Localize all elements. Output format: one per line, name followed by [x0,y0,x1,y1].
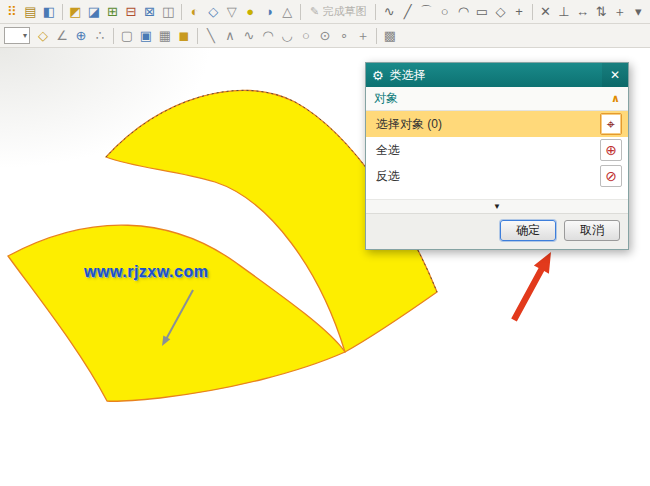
toolbar-separator [113,28,114,44]
circle-tool-icon[interactable]: ○ [297,26,315,46]
sphere-icon[interactable]: ● [242,2,260,22]
grid-icon[interactable]: ▩ [381,26,399,46]
edge-blend-icon[interactable]: ◐ [186,2,204,22]
auto-dimension-icon[interactable]: ⇅ [592,2,610,22]
block-icon[interactable]: ◧ [40,2,58,22]
shaded-view-icon[interactable]: ◼ [175,26,193,46]
annotation-arrow [511,252,551,322]
selection-scope-dropdown[interactable]: ▾ [4,27,30,44]
chevron-up-icon[interactable]: ∧ [611,92,620,105]
toolbar-separator [532,4,533,20]
conic-icon[interactable]: ◡ [278,26,296,46]
toolbar-separator [62,4,63,20]
shell-icon[interactable]: ◫ [159,2,177,22]
app-window: ⠿▤◧◩◪⊞⊟⊠◫◐◇▽●◑△✎ 完成草图∿╱⌒○◠▭◇+✕⊥↔⇅＋▾ ▾◇∠⊕… [0,0,650,486]
polyline-icon[interactable]: ∧ [221,26,239,46]
select-box-icon[interactable]: ▢ [118,26,136,46]
close-icon[interactable]: ✕ [602,63,628,87]
rectangle-icon[interactable]: ▭ [473,2,491,22]
toolbar-separator [181,4,182,20]
circle-center-icon[interactable]: ⊙ [316,26,334,46]
draft-icon[interactable]: ▽ [223,2,241,22]
circle-icon[interactable]: ○ [436,2,454,22]
finish-sketch-label: ✎ 完成草图 [305,4,371,19]
arc-tool-icon[interactable]: ◠ [259,26,277,46]
studio-spline-icon[interactable]: ∿ [380,2,398,22]
datum-csys-icon[interactable]: ⊕ [72,26,90,46]
invert-selection-icon-button[interactable]: ⊘ [600,165,622,187]
collapse-toggle[interactable]: ▼ [366,199,628,213]
line-tool-icon[interactable]: ╲ [202,26,220,46]
ellipse-icon[interactable]: ∘ [335,26,353,46]
toolbar-separator [376,28,377,44]
point-tool-icon[interactable]: ＋ [354,26,372,46]
class-selection-dialog: ⚙ 类选择 ✕ 对象 ∧ 选择对象 (0)⌖全选⊕反选⊘ ▼ 确定 取消 [365,62,629,250]
extrude-icon[interactable]: ◩ [67,2,85,22]
arc-icon[interactable]: ⌒ [417,2,435,22]
cylinder-icon[interactable]: ◑ [260,2,278,22]
cancel-button[interactable]: 取消 [564,220,620,241]
select-object-label: 选择对象 (0) [376,116,600,133]
dialog-titlebar[interactable]: ⚙ 类选择 ✕ [366,63,628,87]
point-set-icon[interactable]: ∴ [91,26,109,46]
pattern-icon[interactable]: ⠿ [3,2,21,22]
constraint-icon[interactable]: ⊥ [555,2,573,22]
subtract-icon[interactable]: ⊟ [122,2,140,22]
surface-sheet-bottom[interactable] [8,225,345,401]
quick-trim-icon[interactable]: ✕ [537,2,555,22]
dimension-icon[interactable]: ↔ [574,2,592,22]
chamfer-icon[interactable]: ◇ [204,2,222,22]
unite-icon[interactable]: ⊞ [104,2,122,22]
viewport[interactable]: www.rjzxw.com ⚙ 类选择 ✕ 对象 ∧ 选择对象 (0)⌖全选⊕反… [0,48,650,486]
toolbar-separator [300,4,301,20]
datum-axis-icon[interactable]: ∠ [53,26,71,46]
ok-button[interactable]: 确定 [500,220,556,241]
dialog-rows: 选择对象 (0)⌖全选⊕反选⊘ [366,111,628,189]
dialog-row-select-all[interactable]: 全选⊕ [366,137,628,163]
watermark: www.rjzxw.com [84,263,208,281]
toolbar-separator [375,4,376,20]
toolbar-row-1: ⠿▤◧◩◪⊞⊟⊠◫◐◇▽●◑△✎ 完成草图∿╱⌒○◠▭◇+✕⊥↔⇅＋▾ [0,0,650,24]
gear-icon: ⚙ [372,69,384,82]
wireframe-view-icon[interactable]: ▦ [156,26,174,46]
line-icon[interactable]: ╱ [399,2,417,22]
cone-icon[interactable]: △ [279,2,297,22]
intersect-icon[interactable]: ⊠ [141,2,159,22]
polygon-icon[interactable]: ◇ [492,2,510,22]
spline-tool-icon[interactable]: ∿ [240,26,258,46]
select-object-icon-button[interactable]: ⌖ [600,113,622,135]
datum-plane-icon[interactable]: ◇ [34,26,52,46]
point-icon[interactable]: + [510,2,528,22]
toolbar-row-2: ▾◇∠⊕∴▢▣▦◼╲∧∿◠◡○⊙∘＋▩ [0,24,650,48]
solid-view-icon[interactable]: ▣ [137,26,155,46]
sketch-point-icon[interactable]: ＋ [611,2,629,22]
select-all-icon-button[interactable]: ⊕ [600,139,622,161]
object-section-label: 对象 [374,90,398,107]
select-all-label: 全选 [376,142,600,159]
dialog-row-invert-selection[interactable]: 反选⊘ [366,163,628,189]
object-section-header[interactable]: 对象 ∧ [366,87,628,111]
dialog-footer: 确定 取消 [366,213,628,249]
dialog-title: 类选择 [390,67,596,84]
datum-grid-icon[interactable]: ▤ [22,2,40,22]
toolbar-separator [197,28,198,44]
dialog-row-select-object[interactable]: 选择对象 (0)⌖ [366,111,628,137]
invert-selection-label: 反选 [376,168,600,185]
dialog-spacer [366,189,628,199]
fillet-icon[interactable]: ◠ [455,2,473,22]
revolve-icon[interactable]: ◪ [85,2,103,22]
more-commands-icon[interactable]: ▾ [629,2,647,22]
